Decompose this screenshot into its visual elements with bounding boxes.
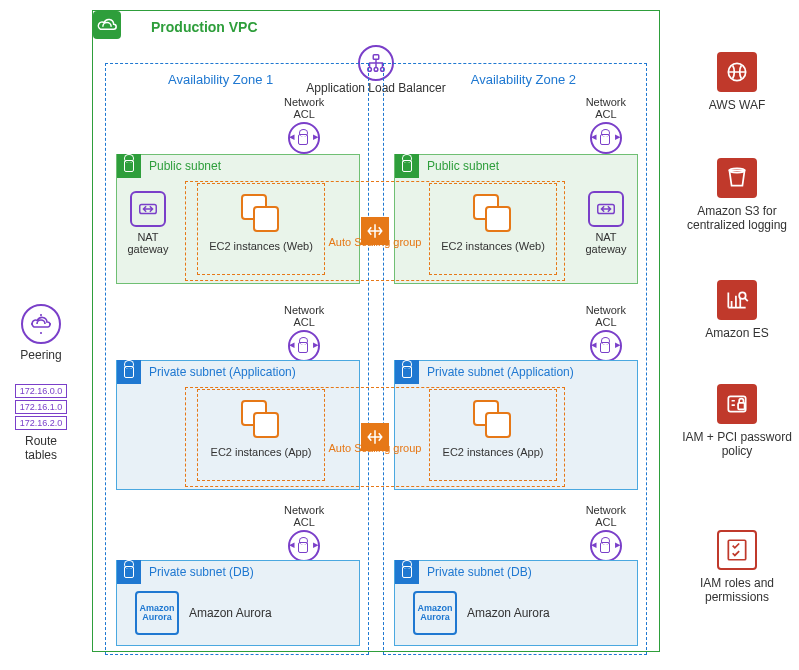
auto-scaling-group-app: Auto Scaling group — [185, 387, 565, 487]
amazon-es: Amazon ES — [679, 280, 795, 340]
private-subnet-db-az2: Private subnet (DB) Amazon Aurora Amazon… — [394, 560, 638, 646]
aws-waf: AWS WAF — [679, 52, 795, 112]
vpc-header: Production VPC — [93, 11, 659, 37]
vpc-title: Production VPC — [151, 19, 258, 35]
network-acl-icon — [288, 530, 320, 562]
iam-roles-permissions: IAM roles and permissions — [679, 530, 795, 605]
amazon-s3-logging: Amazon S3 for centralized logging — [679, 158, 795, 233]
network-acl: Network ACL — [284, 96, 324, 154]
nat-gateway-icon — [130, 191, 166, 227]
waf-icon — [717, 52, 757, 92]
lock-icon — [395, 154, 419, 178]
svg-rect-10 — [738, 403, 745, 410]
lock-icon — [117, 360, 141, 384]
network-acl: Network ACL — [284, 504, 324, 562]
iam-roles-icon — [717, 530, 757, 570]
route-tables-icon: 172.16.0.0 172.16.1.0 172.16.2.0 — [2, 384, 80, 430]
es-icon — [717, 280, 757, 320]
network-acl-icon — [288, 122, 320, 154]
az1-title: Availability Zone 1 — [168, 72, 273, 87]
network-acl: Network ACL — [586, 504, 626, 562]
lock-icon — [117, 560, 141, 584]
nat-gateway: NAT gateway — [125, 191, 171, 255]
amazon-aurora-az2: Amazon Aurora Amazon Aurora — [413, 591, 550, 635]
network-acl-icon — [288, 330, 320, 362]
nat-gateway: NAT gateway — [583, 191, 629, 255]
network-acl: Network ACL — [586, 96, 626, 154]
route-tables: 172.16.0.0 172.16.1.0 172.16.2.0 Route t… — [2, 384, 80, 462]
production-vpc-container: Production VPC Application Load Balancer… — [92, 10, 660, 652]
vpc-icon — [93, 11, 121, 39]
nat-gateway-icon — [588, 191, 624, 227]
svg-rect-11 — [728, 540, 745, 560]
iam-password-icon — [717, 384, 757, 424]
lock-icon — [395, 360, 419, 384]
network-acl-icon — [590, 330, 622, 362]
availability-zone-2: Availability Zone 2 Network ACL Public s… — [383, 63, 647, 655]
lock-icon — [395, 560, 419, 584]
availability-zone-1: Availability Zone 1 Network ACL Public s… — [105, 63, 369, 655]
aurora-icon: Amazon Aurora — [413, 591, 457, 635]
network-acl: Network ACL — [284, 304, 324, 362]
peering: Peering — [2, 304, 80, 362]
svg-point-2 — [374, 68, 378, 72]
iam-password-policy: IAM + PCI password policy — [679, 384, 795, 459]
aurora-icon: Amazon Aurora — [135, 591, 179, 635]
auto-scaling-group-web: Auto Scaling group — [185, 181, 565, 281]
az2-title: Availability Zone 2 — [471, 72, 576, 87]
svg-rect-0 — [373, 55, 379, 60]
private-subnet-db-az1: Private subnet (DB) Amazon Aurora Amazon… — [116, 560, 360, 646]
lock-icon — [117, 154, 141, 178]
network-acl-icon — [590, 122, 622, 154]
network-acl: Network ACL — [586, 304, 626, 362]
amazon-aurora-az1: Amazon Aurora Amazon Aurora — [135, 591, 272, 635]
network-acl-icon — [590, 530, 622, 562]
peering-icon — [21, 304, 61, 344]
s3-icon — [717, 158, 757, 198]
